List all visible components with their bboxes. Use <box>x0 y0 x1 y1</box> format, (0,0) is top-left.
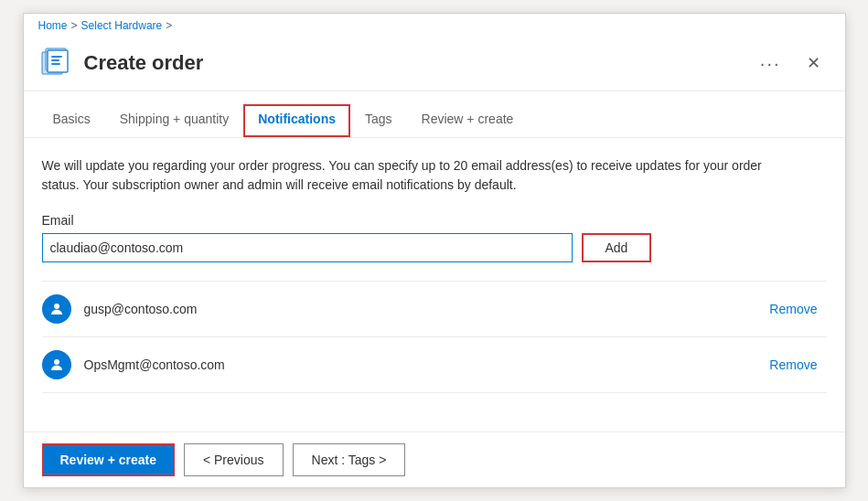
email-item-1: OpsMgmt@contoso.com Remove <box>42 337 827 393</box>
breadcrumb: Home > Select Hardware > <box>24 14 845 32</box>
email-addr-1: OpsMgmt@contoso.com <box>84 357 757 372</box>
previous-button[interactable]: < Previous <box>184 443 284 476</box>
email-input[interactable] <box>42 233 573 262</box>
tabs-bar: Basics Shipping + quantity Notifications… <box>24 91 845 138</box>
create-order-modal: Home > Select Hardware > Create order ··… <box>23 13 846 488</box>
tab-shipping[interactable]: Shipping + quantity <box>105 104 243 137</box>
breadcrumb-select-hardware[interactable]: Select Hardware <box>81 19 163 32</box>
order-icon <box>38 45 75 81</box>
breadcrumb-home[interactable]: Home <box>38 19 68 32</box>
next-button[interactable]: Next : Tags > <box>293 443 406 476</box>
tab-review[interactable]: Review + create <box>407 104 529 137</box>
email-row: Add <box>42 233 827 262</box>
avatar-0 <box>42 294 71 324</box>
tab-notifications[interactable]: Notifications <box>243 104 350 137</box>
svg-point-6 <box>54 304 59 309</box>
breadcrumb-sep1: > <box>71 19 78 32</box>
email-item-0: gusp@contoso.com Remove <box>42 282 827 337</box>
user-icon-0 <box>48 301 65 317</box>
breadcrumb-sep2: > <box>166 19 172 32</box>
user-icon-1 <box>48 357 65 373</box>
modal-header: Create order ··· ✕ <box>24 32 845 91</box>
tab-tags[interactable]: Tags <box>350 104 407 137</box>
more-options-button[interactable]: ··· <box>760 53 781 74</box>
tab-basics[interactable]: Basics <box>38 104 105 137</box>
remove-button-1[interactable]: Remove <box>769 357 817 372</box>
email-addr-0: gusp@contoso.com <box>84 302 757 316</box>
close-button[interactable]: ✕ <box>801 50 827 76</box>
add-button[interactable]: Add <box>582 233 652 262</box>
description-text: We will update you regarding your order … <box>42 156 792 195</box>
svg-point-7 <box>54 359 59 365</box>
svg-rect-4 <box>51 59 59 61</box>
modal-title: Create order <box>84 51 751 75</box>
email-label: Email <box>42 213 827 228</box>
avatar-1 <box>42 350 71 379</box>
svg-rect-3 <box>51 56 62 58</box>
modal-body: We will update you regarding your order … <box>24 138 845 432</box>
email-list: gusp@contoso.com Remove OpsMgmt@contoso.… <box>42 281 827 393</box>
remove-button-0[interactable]: Remove <box>769 302 817 316</box>
svg-rect-5 <box>51 63 60 65</box>
review-create-button[interactable]: Review + create <box>42 443 175 476</box>
modal-footer: Review + create < Previous Next : Tags > <box>24 432 845 487</box>
